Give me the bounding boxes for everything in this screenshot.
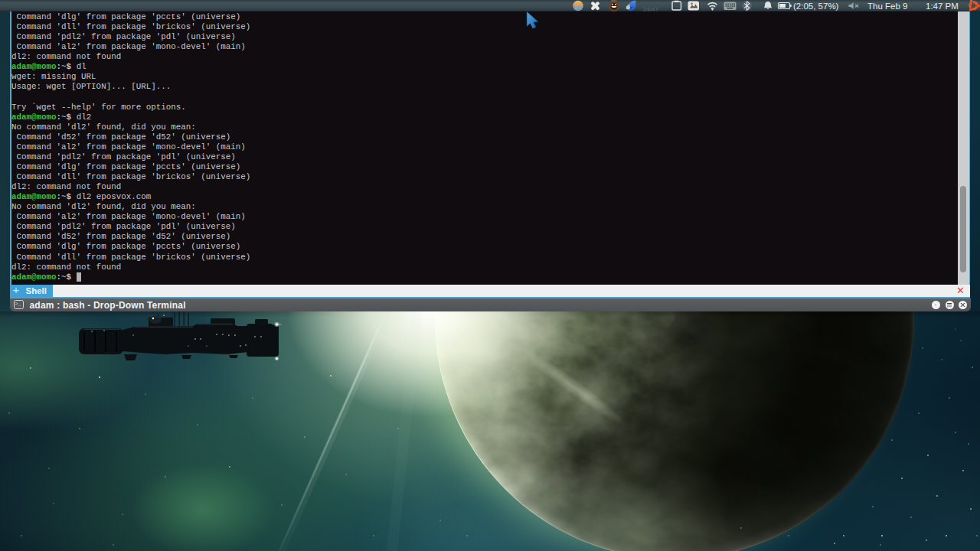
svg-text:Thu Feb 9: Thu Feb 9 bbox=[867, 2, 907, 11]
svg-text:1:47 PM: 1:47 PM bbox=[926, 2, 959, 11]
svg-text:(2:05, 57%): (2:05, 57%) bbox=[793, 2, 839, 11]
